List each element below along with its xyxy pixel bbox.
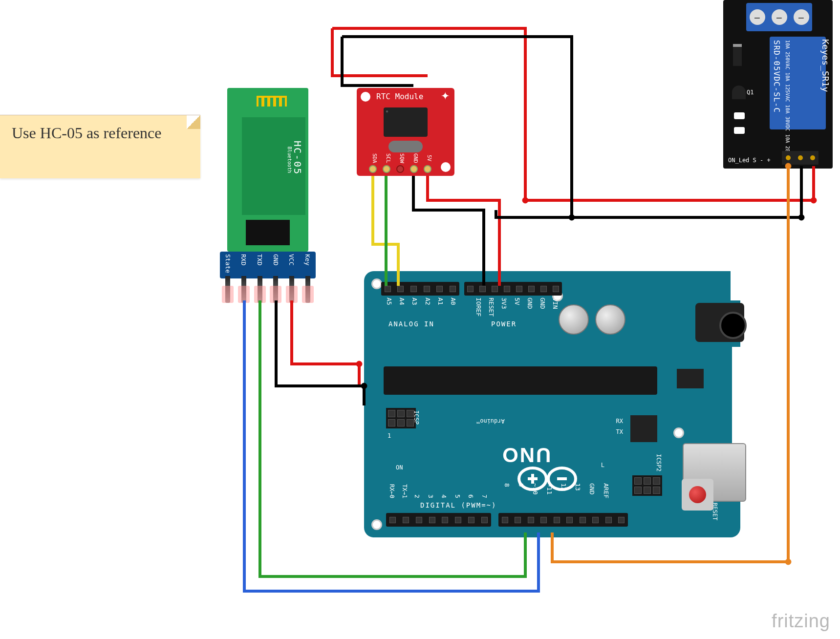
pin-3v3: 3V3 xyxy=(500,298,508,317)
pin-ioref: IOREF xyxy=(475,298,482,317)
pin-2: 2 xyxy=(413,494,421,498)
arduino-barrel-jack xyxy=(695,303,744,342)
arduino-pcb: IOREF RESET 3V3 5V GND GND VIN A5 A4 A3 … xyxy=(364,271,740,537)
pin-a1: A1 xyxy=(437,298,444,305)
arduino-atmega xyxy=(384,366,657,395)
relay-q-label: Q1 xyxy=(747,89,754,96)
svg-point-8 xyxy=(798,214,804,220)
rtc-pin-labels: SDA SCL SQW GND 5V xyxy=(369,153,432,163)
sparkfun-icon: ✦ xyxy=(441,90,450,103)
arduino-icsp2-label: ICSP2 xyxy=(655,454,662,471)
rtc-title: RTC Module xyxy=(376,92,423,101)
relay-brand: Keyes_SR1y xyxy=(820,39,831,92)
pin-aref: AREF xyxy=(603,483,610,498)
pin-6: 6 xyxy=(467,494,474,498)
relay-diode xyxy=(733,44,742,66)
arduino-tx-label: TX xyxy=(616,428,623,435)
svg-point-6 xyxy=(811,197,817,203)
hc05-antenna-icon xyxy=(257,93,288,107)
relay-led xyxy=(734,112,745,119)
pin-3: 3 xyxy=(427,494,434,498)
pin-tx1: TX→1 xyxy=(401,484,408,498)
hc05-pins xyxy=(220,276,316,303)
pin-gnd: GND xyxy=(539,298,546,317)
hc05-pin-rxd: RXD xyxy=(240,254,247,273)
pin-reset: RESET xyxy=(488,298,495,317)
relay-module: NC C NO ‒‒‒ SRD-05VDC-SL-C 10A 250VAC 10… xyxy=(723,0,833,169)
arduino-serial-chip xyxy=(630,415,657,442)
arduino-uno: IOREF RESET 3V3 5V GND GND VIN A5 A4 A3 … xyxy=(364,271,740,545)
rtc-pin-scl: SCL xyxy=(383,153,391,163)
arduino-tm: Arduino™ xyxy=(476,418,505,425)
pin-a2: A2 xyxy=(424,298,431,305)
pin-7: 7 xyxy=(481,494,488,498)
relay-transistor xyxy=(732,85,746,99)
hc05-sub: Bluetooth xyxy=(287,147,292,173)
svg-point-5 xyxy=(522,197,528,203)
arduino-capacitor xyxy=(595,304,625,335)
hc05-pin-key: Key xyxy=(304,254,311,273)
pin-8: 8 xyxy=(503,483,511,498)
arduino-capacitor xyxy=(559,304,589,335)
arduino-reset-button[interactable] xyxy=(682,479,713,511)
relay-pins xyxy=(782,151,818,165)
arduino-uno-text: UNO xyxy=(501,443,551,467)
arduino-digital-header-2 xyxy=(498,513,628,527)
hc05-module: HC-05 Bluetooth State RXD TXD GND VCC Ke… xyxy=(220,88,316,283)
relay-led xyxy=(734,127,745,134)
relay-ratings: 10A 250VAC 10A 125VAC 10A 30VDC 10A 28VD… xyxy=(784,40,791,161)
arduino-digital-section: DIGITAL (PWM=~) xyxy=(420,501,496,509)
pin-4: 4 xyxy=(440,494,448,498)
hc05-pin-state: State xyxy=(224,254,232,273)
arduino-digital-header-1 xyxy=(386,513,491,527)
hc05-pcb: HC-05 Bluetooth xyxy=(227,88,308,252)
rtc-pin-5v: 5V xyxy=(424,153,432,163)
svg-point-7 xyxy=(569,214,575,220)
hc05-pin-labels: State RXD TXD GND VCC Key xyxy=(220,254,316,273)
hc05-pin-txd: TXD xyxy=(256,254,263,273)
note-text: Use HC-05 as reference xyxy=(12,124,162,142)
pin-5: 5 xyxy=(454,494,461,498)
arduino-icsp1-label: ICSP xyxy=(413,410,420,425)
arduino-power-section: POWER xyxy=(491,320,517,328)
rtc-pins xyxy=(369,165,431,173)
pin-gnd: GND xyxy=(526,298,534,317)
arduino-regulator xyxy=(677,369,704,388)
rtc-pin-gnd: GND xyxy=(410,153,419,163)
svg-point-9 xyxy=(785,559,791,565)
relay-screw-terminal: ‒‒‒ xyxy=(746,3,812,31)
note-box: Use HC-05 as reference xyxy=(0,115,200,178)
relay-bottom-labels: ON_Led S - + xyxy=(728,157,771,164)
rtc-module: RTC Module ✦ SDA SCL SQW GND 5V xyxy=(357,88,454,176)
arduino-analog-header xyxy=(381,282,459,296)
svg-point-11 xyxy=(356,361,362,367)
rtc-crystal xyxy=(388,141,423,152)
arduino-analog-labels: A5 A4 A3 A2 A1 A0 xyxy=(383,298,460,305)
arduino-rx-label: RX xyxy=(616,418,623,425)
rtc-ic xyxy=(384,107,428,137)
pin-a3: A3 xyxy=(411,298,418,305)
arduino-logo-icon xyxy=(516,464,579,493)
hc05-pin-gnd: GND xyxy=(272,254,280,273)
pin-gnd: GND xyxy=(588,483,596,498)
arduino-analog-section: ANALOG IN xyxy=(388,320,434,328)
rtc-pin-sqw: SQW xyxy=(396,153,405,163)
pin-a0: A0 xyxy=(450,298,457,305)
pin-a5: A5 xyxy=(386,298,393,305)
arduino-icsp2 xyxy=(632,475,662,496)
pin-vin: VIN xyxy=(552,298,559,317)
hc05-shield xyxy=(246,220,290,245)
arduino-l-label: L xyxy=(601,462,604,469)
hc05-pin-vcc: VCC xyxy=(288,254,295,273)
pin-rx0: RX←0 xyxy=(388,484,395,498)
arduino-power-header xyxy=(464,282,562,296)
arduino-on-label: ON xyxy=(396,464,403,471)
rtc-hole xyxy=(361,92,370,102)
pin-5v: 5V xyxy=(514,298,521,317)
relay-model: SRD-05VDC-SL-C xyxy=(772,40,781,113)
rtc-pin-sda: SDA xyxy=(369,153,378,163)
arduino-icsp1 xyxy=(386,408,416,428)
arduino-power-labels: IOREF RESET 3V3 5V GND GND VIN xyxy=(467,298,562,317)
pin-a4: A4 xyxy=(398,298,406,305)
arduino-digital-labels-1: 2 3 4 5 6 7 xyxy=(410,494,491,498)
